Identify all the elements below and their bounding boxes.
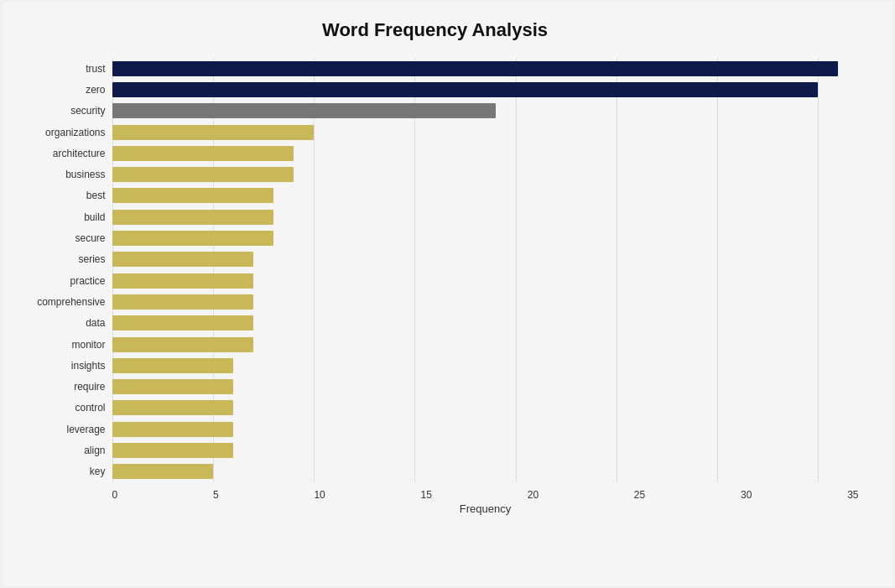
y-label: trust xyxy=(86,60,105,78)
bar-row xyxy=(112,293,859,311)
bar-row xyxy=(112,165,859,184)
bar xyxy=(112,210,273,225)
bar-row xyxy=(112,250,859,268)
bar-row xyxy=(112,186,859,205)
y-labels: trustzerosecurityorganizationsarchitectu… xyxy=(12,58,112,482)
y-label: data xyxy=(86,314,105,332)
bar-row xyxy=(112,208,859,226)
bar xyxy=(112,146,294,161)
bar-row xyxy=(112,81,859,99)
bars-list xyxy=(112,58,859,482)
chart-title: Word Frequency Analysis xyxy=(12,19,859,41)
bar xyxy=(112,82,819,97)
y-label: leverage xyxy=(66,420,105,439)
bar xyxy=(112,252,253,267)
bar-row xyxy=(112,123,859,142)
x-tick-label: 35 xyxy=(847,489,858,501)
bar xyxy=(112,188,273,203)
bar-row xyxy=(112,462,859,481)
x-tick-label: 30 xyxy=(741,489,752,501)
x-axis-title: Frequency xyxy=(112,502,859,515)
bar-row xyxy=(112,272,859,290)
bar-row xyxy=(112,377,859,396)
bar-row xyxy=(112,420,859,439)
y-label: business xyxy=(65,165,105,184)
bar xyxy=(112,273,253,289)
y-label: build xyxy=(84,208,105,226)
x-axis-area: 05101520253035 Frequency xyxy=(12,486,859,515)
y-label: series xyxy=(78,250,105,268)
bar xyxy=(112,315,253,330)
bar xyxy=(112,358,233,373)
bar xyxy=(112,443,233,458)
chart-area: trustzerosecurityorganizationsarchitectu… xyxy=(12,58,859,515)
bar xyxy=(112,167,294,182)
x-tick-label: 5 xyxy=(213,489,219,501)
bars-section: trustzerosecurityorganizationsarchitectu… xyxy=(12,58,859,482)
bar xyxy=(112,61,839,76)
y-label: security xyxy=(70,101,105,120)
bar-row xyxy=(112,60,859,78)
bar-row xyxy=(112,229,859,247)
x-labels: 05101520253035 xyxy=(112,486,859,501)
bar xyxy=(112,231,273,246)
bar-row xyxy=(112,356,859,375)
y-label: monitor xyxy=(71,336,105,354)
x-tick-label: 10 xyxy=(314,489,325,501)
x-tick-label: 20 xyxy=(528,489,539,501)
bar xyxy=(112,422,233,437)
y-label: align xyxy=(84,441,105,460)
bar xyxy=(112,103,496,118)
y-label: comprehensive xyxy=(37,293,105,311)
x-tick-label: 15 xyxy=(421,489,432,501)
bar-row xyxy=(112,314,859,332)
bar xyxy=(112,125,315,140)
bar xyxy=(112,379,233,394)
bars-and-grid xyxy=(112,58,859,482)
x-tick-label: 0 xyxy=(112,489,118,501)
bar-row xyxy=(112,336,859,354)
y-label: best xyxy=(86,186,106,205)
bar xyxy=(112,400,233,415)
bar-row xyxy=(112,398,859,417)
y-label: organizations xyxy=(45,123,105,142)
bar-row xyxy=(112,144,859,163)
y-label: insights xyxy=(71,356,106,375)
bar xyxy=(112,294,253,310)
bar-row xyxy=(112,441,859,460)
y-label: secure xyxy=(75,229,105,247)
bar xyxy=(112,464,213,479)
y-label: architecture xyxy=(53,144,106,163)
y-label: control xyxy=(75,398,105,417)
chart-container: Word Frequency Analysis trustzerosecurit… xyxy=(3,3,892,585)
x-tick-label: 25 xyxy=(634,489,645,501)
bar-row xyxy=(112,101,859,120)
y-label: zero xyxy=(86,81,105,99)
y-label: key xyxy=(90,462,106,481)
y-label: require xyxy=(74,377,105,396)
y-label: practice xyxy=(70,272,105,290)
bar xyxy=(112,337,253,352)
